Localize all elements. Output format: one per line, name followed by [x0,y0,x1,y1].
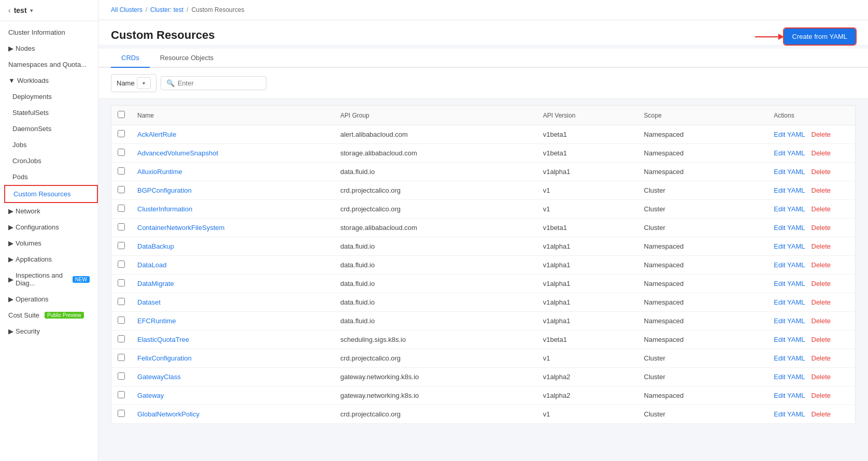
delete-link[interactable]: Delete [812,410,831,418]
sidebar-item-nodes[interactable]: ▶ Nodes [0,40,98,56]
row-scope-cell: Cluster [638,219,768,237]
row-name-link[interactable]: AlluxioRuntime [137,168,182,176]
edit-yaml-link[interactable]: Edit YAML [774,280,805,287]
delete-link[interactable]: Delete [812,149,831,157]
edit-yaml-link[interactable]: Edit YAML [774,168,805,176]
row-checkbox[interactable] [118,261,125,268]
row-name-link[interactable]: DataMigrate [137,280,174,287]
edit-yaml-link[interactable]: Edit YAML [774,205,805,213]
row-checkbox[interactable] [118,298,125,305]
sidebar-item-applications[interactable]: ▶ Applications [0,251,98,267]
edit-yaml-link[interactable]: Edit YAML [774,224,805,232]
row-checkbox-cell [111,181,132,200]
tab-crds[interactable]: CRDs [111,49,150,68]
delete-link[interactable]: Delete [812,186,831,194]
sidebar-header[interactable]: ‹ test ▾ [0,0,98,21]
delete-link[interactable]: Delete [812,373,831,381]
delete-link[interactable]: Delete [812,242,831,250]
row-checkbox[interactable] [118,316,125,324]
edit-yaml-link[interactable]: Edit YAML [774,317,805,325]
row-checkbox[interactable] [118,242,125,249]
sidebar-item-inspections[interactable]: ▶ Inspections and Diag... NEW [0,267,98,291]
row-name-link[interactable]: GlobalNetworkPolicy [137,410,200,418]
row-name-link[interactable]: FelixConfiguration [137,354,192,362]
sidebar-item-jobs[interactable]: Jobs [4,137,98,153]
row-checkbox[interactable] [118,130,125,137]
row-checkbox[interactable] [118,372,125,380]
edit-yaml-link[interactable]: Edit YAML [774,242,805,250]
row-name-link[interactable]: DataBackup [137,242,174,250]
edit-yaml-link[interactable]: Edit YAML [774,131,805,138]
sidebar-item-namespaces[interactable]: Namespaces and Quota... [0,56,98,73]
row-name-link[interactable]: Gateway [137,392,164,399]
delete-link[interactable]: Delete [812,205,831,213]
edit-yaml-link[interactable]: Edit YAML [774,186,805,194]
row-actions-cell: Edit YAML Delete [767,200,855,219]
row-name-link[interactable]: AdvancedVolumeSnapshot [137,149,218,157]
row-checkbox[interactable] [118,391,125,398]
sidebar-item-daemonsets[interactable]: DaemonSets [4,121,98,137]
breadcrumb-all-clusters[interactable]: All Clusters [111,6,143,13]
row-scope-cell: Namespaced [638,237,768,256]
edit-yaml-link[interactable]: Edit YAML [774,392,805,399]
row-checkbox[interactable] [118,279,125,286]
delete-link[interactable]: Delete [812,168,831,176]
select-all-checkbox[interactable] [118,111,125,118]
delete-link[interactable]: Delete [812,317,831,325]
edit-yaml-link[interactable]: Edit YAML [774,373,805,381]
row-checkbox[interactable] [118,410,125,417]
sidebar-item-security[interactable]: ▶ Security [0,323,98,339]
delete-link[interactable]: Delete [812,336,831,343]
sidebar-item-volumes[interactable]: ▶ Volumes [0,235,98,251]
row-name-link[interactable]: GatewayClass [137,373,181,381]
sidebar-item-configurations[interactable]: ▶ Configurations [0,219,98,235]
edit-yaml-link[interactable]: Edit YAML [774,298,805,306]
create-yaml-button[interactable]: Create from YAML [784,28,856,45]
delete-link[interactable]: Delete [812,392,831,399]
sidebar-item-pods[interactable]: Pods [4,169,98,185]
sidebar-item-deployments[interactable]: Deployments [4,89,98,105]
row-checkbox[interactable] [118,149,125,156]
row-name-link[interactable]: ClusterInformation [137,205,192,213]
col-header-scope: Scope [638,106,768,125]
edit-yaml-link[interactable]: Edit YAML [774,149,805,157]
row-checkbox[interactable] [118,354,125,361]
edit-yaml-link[interactable]: Edit YAML [774,354,805,362]
sidebar-item-network[interactable]: ▶ Network [0,203,98,219]
expand-icon: ▼ [8,77,15,84]
edit-yaml-link[interactable]: Edit YAML [774,261,805,269]
sidebar-item-operations[interactable]: ▶ Operations [0,291,98,307]
delete-link[interactable]: Delete [812,298,831,306]
row-checkbox[interactable] [118,186,125,193]
breadcrumb-cluster-test[interactable]: Cluster: test [150,6,183,13]
delete-link[interactable]: Delete [812,261,831,269]
sidebar-item-cost-suite[interactable]: Cost Suite Public Preview [0,307,98,323]
sidebar-item-cronjobs[interactable]: CronJobs [4,153,98,169]
row-name-link[interactable]: ElasticQuotaTree [137,336,189,343]
delete-link[interactable]: Delete [812,354,831,362]
cluster-dropdown-icon[interactable]: ▾ [30,7,33,14]
sidebar-item-workloads[interactable]: ▼ Workloads [0,73,98,89]
row-name-link[interactable]: AckAlertRule [137,131,176,138]
sidebar-item-custom-resources[interactable]: Custom Resources [4,185,98,203]
sidebar-item-cluster-information[interactable]: Cluster Information [0,24,98,40]
delete-link[interactable]: Delete [812,224,831,232]
row-checkbox[interactable] [118,335,125,342]
edit-yaml-link[interactable]: Edit YAML [774,410,805,418]
row-checkbox[interactable] [118,205,125,212]
sidebar-item-statefulsets[interactable]: StatefulSets [4,105,98,121]
row-name-link[interactable]: DataLoad [137,261,166,269]
tab-resource-objects[interactable]: Resource Objects [150,49,224,68]
search-input[interactable] [178,79,261,87]
name-filter[interactable]: Name ▾ [111,74,156,92]
delete-link[interactable]: Delete [812,131,831,138]
row-name-link[interactable]: ContainerNetworkFileSystem [137,224,224,232]
delete-link[interactable]: Delete [812,280,831,287]
back-icon[interactable]: ‹ [8,6,11,15]
row-name-link[interactable]: EFCRuntime [137,317,176,325]
row-name-link[interactable]: BGPConfiguration [137,186,192,194]
row-name-link[interactable]: Dataset [137,298,161,306]
row-checkbox[interactable] [118,167,125,175]
row-checkbox[interactable] [118,223,125,230]
edit-yaml-link[interactable]: Edit YAML [774,336,805,343]
